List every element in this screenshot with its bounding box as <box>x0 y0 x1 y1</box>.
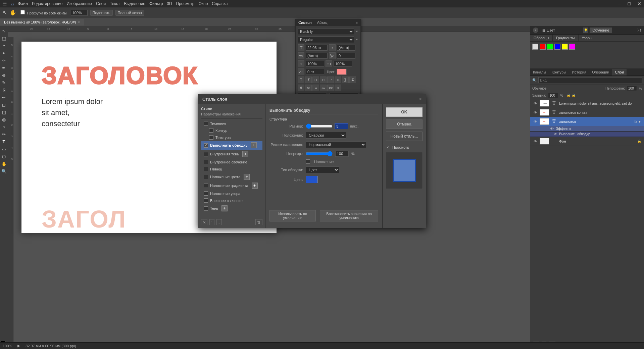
opacity-value-input[interactable] <box>335 151 349 157</box>
position-label: Положение: <box>269 133 303 137</box>
overlap-label: Наложение <box>314 160 334 164</box>
position-select[interactable]: Снаружи Внутри Из центра <box>306 132 346 139</box>
modal-overlay: Стиль слоя × Стили Параметры наложения Т… <box>0 0 644 349</box>
style-drop-shadow[interactable]: Тень + <box>201 204 262 213</box>
use-default-btn[interactable]: Использовать по умолчанию <box>269 210 316 221</box>
blend-label: Режим наложения: <box>269 143 303 147</box>
layer-style-dialog: Стиль слоя × Стили Параметры наложения Т… <box>198 94 426 228</box>
style-pattern-overlay[interactable]: Наложение узора <box>201 190 262 197</box>
style-stroke[interactable]: Выполнить обводку + <box>201 141 262 150</box>
style-bevel[interactable]: Тиснение <box>201 120 262 127</box>
bevel-checkbox[interactable] <box>204 121 208 126</box>
cancel-button[interactable]: Отмена <box>386 119 423 129</box>
stroke-plus-btn[interactable]: + <box>251 142 257 148</box>
modal-actions: OK Отмена Новый стиль... Просмотр <box>382 104 426 228</box>
style-color-overlay[interactable]: Наложение цвета + <box>201 172 262 181</box>
size-unit: пикс. <box>350 124 359 128</box>
satin-checkbox[interactable] <box>204 167 208 171</box>
gradient-overlay-checkbox[interactable] <box>204 184 208 188</box>
opacity-label: Непрозр.: <box>269 152 303 156</box>
size-value-input[interactable] <box>335 123 348 129</box>
styles-header: Стили <box>201 107 262 111</box>
preview-thumbnail <box>386 152 423 189</box>
opacity-row: Непрозр.: % <box>269 151 378 157</box>
fill-type-label: Тип обводки: <box>269 168 303 172</box>
drop-shadow-plus-btn[interactable]: + <box>221 205 228 211</box>
modal-styles-list: Стили Параметры наложения Тиснение Конту… <box>198 104 265 228</box>
modal-title: Стиль слоя <box>202 97 227 102</box>
stroke-checkbox[interactable] <box>204 143 208 148</box>
style-satin[interactable]: Глянец <box>201 165 262 172</box>
stroke-section-title: Выполнить обводку <box>269 108 378 114</box>
status-zoom: 100% <box>3 344 12 348</box>
style-texture[interactable]: Текстура <box>201 134 262 141</box>
opacity-unit-modal: % <box>351 152 355 156</box>
structure-subtitle: Структура <box>269 117 378 121</box>
modal-bottom-buttons: Использовать по умолчанию Восстановить з… <box>269 210 378 221</box>
overlap-row: Наложение <box>306 159 378 164</box>
restore-default-btn[interactable]: Восстановить значения по умолчанию <box>320 210 378 221</box>
status-bar: 100% ▶ 82.97 мм × 60.96 мм (300 ppi) <box>0 342 644 349</box>
style-gradient-overlay[interactable]: Наложение градиента + <box>201 181 262 190</box>
style-outer-glow[interactable]: Внешнее свечение <box>201 197 262 204</box>
drop-shadow-checkbox[interactable] <box>204 206 208 211</box>
new-style-button[interactable]: Новый стиль... <box>386 132 423 141</box>
modal-close-btn[interactable]: × <box>419 96 422 102</box>
texture-checkbox[interactable] <box>209 135 213 140</box>
modal-fx-toolbar: fx ↑ ↓ 🗑 <box>201 217 262 225</box>
stroke-color-swatch[interactable] <box>306 176 318 183</box>
color-overlay-checkbox[interactable] <box>204 175 208 179</box>
style-inner-glow[interactable]: Внутреннее свечение <box>201 158 262 165</box>
preview-checkbox-row: Просмотр <box>386 145 423 149</box>
opacity-slider[interactable] <box>306 151 333 156</box>
preview-inner <box>393 159 416 182</box>
size-label: Размер: <box>269 124 303 128</box>
color-overlay-plus-btn[interactable]: + <box>244 174 250 180</box>
inner-glow-checkbox[interactable] <box>204 160 208 164</box>
modal-body: Стили Параметры наложения Тиснение Конту… <box>198 104 426 228</box>
color-row: Цвет: <box>269 176 378 183</box>
modal-fx-icon[interactable]: fx <box>201 219 207 225</box>
blend-select[interactable]: Нормальный <box>306 141 366 148</box>
status-dimensions: 82.97 мм × 60.96 мм (300 ppi) <box>26 344 76 348</box>
inner-shadow-checkbox[interactable] <box>204 152 208 156</box>
preview-label: Просмотр <box>392 145 409 149</box>
inner-shadow-plus-btn[interactable]: + <box>242 151 248 157</box>
status-arrow: ▶ <box>17 344 20 348</box>
color-label-modal: Цвет: <box>269 178 303 182</box>
modal-stroke-settings: Выполнить обводку Структура Размер: пикс… <box>265 104 382 228</box>
modal-titlebar: Стиль слоя × <box>198 94 426 104</box>
params-header: Параметры наложения <box>201 112 262 116</box>
overlap-checkbox[interactable] <box>306 159 310 164</box>
size-slider[interactable] <box>306 123 333 129</box>
modal-delete-icon[interactable]: 🗑 <box>255 219 262 225</box>
fill-type-row: Тип обводки: Цвет Градиент Узор <box>269 166 378 173</box>
preview-checkbox[interactable] <box>386 145 390 149</box>
contour-checkbox[interactable] <box>209 128 213 133</box>
outer-glow-checkbox[interactable] <box>204 198 208 203</box>
style-contour[interactable]: Контур <box>201 127 262 134</box>
modal-move-down-icon[interactable]: ↓ <box>216 219 222 225</box>
size-row: Размер: пикс. <box>269 123 378 129</box>
gradient-overlay-plus-btn[interactable]: + <box>252 183 258 189</box>
blend-row: Режим наложения: Нормальный <box>269 141 378 148</box>
fill-type-select[interactable]: Цвет Градиент Узор <box>306 166 339 173</box>
ok-button[interactable]: OK <box>386 107 423 117</box>
position-row: Положение: Снаружи Внутри Из центра <box>269 132 378 139</box>
style-inner-shadow[interactable]: Внутренняя тень + <box>201 150 262 158</box>
pattern-overlay-checkbox[interactable] <box>204 191 208 196</box>
modal-move-up-icon[interactable]: ↑ <box>209 219 215 225</box>
